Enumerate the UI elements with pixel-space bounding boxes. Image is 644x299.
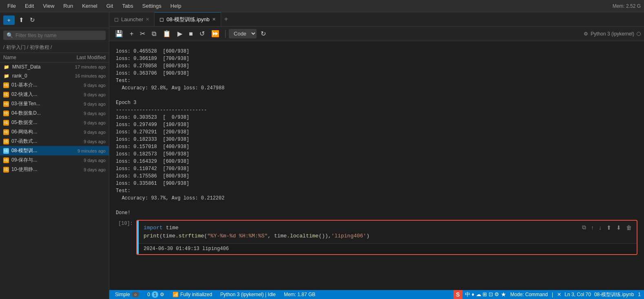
file-modified: 9 days ago <box>61 120 106 125</box>
toggle-switch[interactable]: ○ <box>132 292 139 297</box>
menu-view[interactable]: View <box>39 1 58 11</box>
menu-run[interactable]: Run <box>59 1 77 11</box>
move-down-button[interactable]: ↓ <box>597 223 603 232</box>
file-status: 08-模型训练.ipynb <box>594 291 634 298</box>
file-name: 04-数据集D... <box>11 110 61 117</box>
kernel-status-text: Python 3 (ipykernel) | Idle <box>220 292 276 297</box>
output-text: loss: 0.465528 [600/938] loss: 0.366189 … <box>116 48 637 217</box>
list-item[interactable]: 📁 MNIST_Data 17 minutes ago <box>0 62 109 71</box>
notebook-icon: nb <box>3 167 9 173</box>
tab-close-launcher[interactable]: ✕ <box>146 17 149 22</box>
list-item[interactable]: nb 03-张量Ten... 9 days ago <box>0 99 109 109</box>
menu-tabs[interactable]: Tabs <box>118 1 137 11</box>
tab-launcher[interactable]: ◻ Launcher ✕ <box>109 12 155 26</box>
add-below-button[interactable]: ⬇ <box>615 223 623 232</box>
list-item[interactable]: nb 10-使用静... 9 days ago <box>0 165 109 174</box>
copy-cell-button[interactable]: ⧉ <box>580 223 588 232</box>
simple-toggle[interactable]: Simple ○ <box>113 292 142 297</box>
gear-icon: ⚙ <box>584 31 588 37</box>
file-name: 01-基本介... <box>11 82 61 89</box>
file-name: 08-模型训... <box>11 147 61 154</box>
restart-button[interactable]: ↺ <box>197 28 207 39</box>
list-item[interactable]: nb 01-基本介... 9 days ago <box>0 80 109 90</box>
status-count: 0 1 ⚙ <box>145 291 167 298</box>
cell-input[interactable]: import time print(time.strftime("%Y-%m-%… <box>137 221 637 243</box>
menu-edit[interactable]: Edit <box>21 1 38 11</box>
cut-button[interactable]: ✂ <box>137 28 148 39</box>
paste-button[interactable]: 📋 <box>160 28 173 39</box>
upload-button[interactable]: ⬆ <box>17 15 26 25</box>
file-name: rank_0 <box>12 73 61 79</box>
fast-forward-button[interactable]: ⏩ <box>209 28 222 39</box>
file-name: 10-使用静... <box>11 166 61 173</box>
list-item[interactable]: nb 05-数据变... 9 days ago <box>0 118 109 127</box>
badge: 1 <box>152 291 158 298</box>
list-item[interactable]: nb 09-保存与... 9 days ago <box>0 155 109 165</box>
previous-output: loss: 0.465528 [600/938] loss: 0.366189 … <box>116 48 637 217</box>
csdn-logo: S <box>454 290 463 299</box>
file-modified: 9 minutes ago <box>61 148 106 153</box>
stop-button[interactable]: ■ <box>186 29 195 39</box>
save-button[interactable]: 💾 <box>113 28 126 39</box>
menu-kernel[interactable]: Kernel <box>78 1 102 11</box>
move-up-button[interactable]: ↑ <box>589 223 595 232</box>
menu-help[interactable]: Help <box>166 1 186 11</box>
tab-add-button[interactable]: + <box>221 16 231 23</box>
notebook-icon: nb <box>3 92 9 97</box>
cell-number: [10]: <box>118 221 133 226</box>
file-list: 📁 MNIST_Data 17 minutes ago 📁 rank_0 16 … <box>0 62 109 299</box>
init-status: 📶 Fully initialized <box>170 292 215 297</box>
notebook-tab-label: 08-模型训练.ipynb <box>166 16 209 23</box>
notebook-icon: nb <box>3 157 9 163</box>
line-num: 1 <box>638 292 641 297</box>
delete-cell-button[interactable]: 🗑 <box>624 223 633 232</box>
notebook-content[interactable]: loss: 0.465528 [600/938] loss: 0.366189 … <box>109 41 644 290</box>
add-cell-button[interactable]: + <box>127 29 136 39</box>
file-modified: 9 days ago <box>61 130 106 135</box>
list-item[interactable]: nb 07-函数式... 9 days ago <box>0 137 109 146</box>
notebook-icon: nb <box>3 111 9 116</box>
file-modified: 17 minutes ago <box>61 64 106 69</box>
list-item[interactable]: nb 04-数据集D... 9 days ago <box>0 109 109 118</box>
file-toolbar: + ⬆ ↻ <box>0 12 109 28</box>
cell-output: 2024-06-30 01:49:13 liping406 <box>137 243 637 254</box>
list-item[interactable]: nb 06-网络构... 9 days ago <box>0 127 109 137</box>
init-text: Fully initialized <box>180 292 212 297</box>
file-modified: 9 days ago <box>61 83 106 88</box>
search-input[interactable] <box>15 33 102 38</box>
cell-type-select[interactable]: Code <box>229 29 257 38</box>
menu-git[interactable]: Git <box>102 1 117 11</box>
file-modified: 16 minutes ago <box>61 73 106 78</box>
code-line-1: import time <box>144 224 632 232</box>
x-icon: ✕ <box>557 292 561 297</box>
status-right: S 中 ♦ ☁ ⊞ ⊡ ⚙ ★ Mode: Command | ✕ Ln 3, … <box>454 290 641 299</box>
list-item[interactable]: 📁 rank_0 16 minutes ago <box>0 71 109 80</box>
kernel-name: Python 3 (ipykernel) <box>591 31 634 37</box>
wifi-icon: 📶 <box>173 292 179 297</box>
refresh-button[interactable]: ↻ <box>28 15 37 25</box>
new-file-button[interactable]: + <box>3 16 15 25</box>
search-icon: 🔍 <box>7 32 13 38</box>
list-item-active[interactable]: nb 08-模型训... 9 minutes ago <box>0 146 109 155</box>
tab-notebook[interactable]: ◻ 08-模型训练.ipynb ✕ <box>155 12 221 26</box>
notebook-icon: nb <box>3 101 9 107</box>
mem-status: Mem: 1.87 GB <box>281 292 318 297</box>
content-area: ◻ Launcher ✕ ◻ 08-模型训练.ipynb ✕ + 💾 + ✂ ⧉… <box>109 12 644 299</box>
file-name: 06-网络构... <box>11 128 61 135</box>
list-item[interactable]: nb 02-快速入... 9 days ago <box>0 90 109 99</box>
cell-body[interactable]: import time print(time.strftime("%Y-%m-%… <box>136 220 637 255</box>
cell-output-text: 2024-06-30 01:49:13 liping406 <box>144 246 229 252</box>
notebook-icon: nb <box>3 82 9 88</box>
breadcrumb: / 初学入门 / 初学教程 / <box>0 42 109 53</box>
copy-button[interactable]: ⧉ <box>149 29 159 39</box>
refresh-kernel-button[interactable]: ↻ <box>258 28 268 39</box>
notebook-icon: nb <box>3 148 9 154</box>
run-button[interactable]: ▶ <box>175 28 185 39</box>
tab-close-notebook[interactable]: ✕ <box>212 17 216 22</box>
cell-actions: ⧉ ↑ ↓ ⬆ ⬇ 🗑 <box>580 223 633 232</box>
file-name: 05-数据变... <box>11 119 61 126</box>
menu-file[interactable]: File <box>3 1 20 11</box>
menu-settings[interactable]: Settings <box>138 1 166 11</box>
add-above-button[interactable]: ⬆ <box>605 223 613 232</box>
kernel-info: ⚙ Python 3 (ipykernel) <box>584 31 641 37</box>
